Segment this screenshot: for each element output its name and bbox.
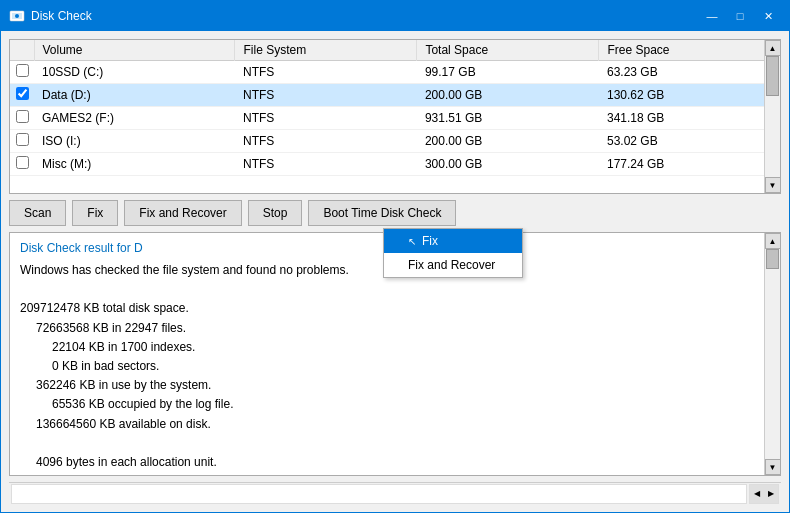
row-free: 130.62 GB xyxy=(599,84,780,107)
result-line-10: 52428119 total allocation units on disk. xyxy=(36,472,770,475)
row-free: 63.23 GB xyxy=(599,61,780,84)
row-total: 200.00 GB xyxy=(417,84,599,107)
status-bar-inner xyxy=(11,484,747,504)
row-checkbox-cell xyxy=(10,61,34,84)
row-volume: 10SSD (C:) xyxy=(34,61,235,84)
table-row[interactable]: GAMES2 (F:)NTFS931.51 GB341.18 GB xyxy=(10,107,780,130)
minimize-button[interactable]: — xyxy=(699,6,725,26)
row-fs: NTFS xyxy=(235,130,417,153)
status-scrollbar[interactable]: ◀ ▶ xyxy=(749,484,779,504)
result-line-2: 72663568 KB in 22947 files. xyxy=(36,319,770,338)
status-bar: ◀ ▶ xyxy=(9,482,781,504)
scroll-thumb[interactable] xyxy=(766,56,779,96)
table-scrollbar[interactable]: ▲ ▼ xyxy=(764,40,780,193)
row-checkbox[interactable] xyxy=(16,133,29,146)
window-icon xyxy=(9,8,25,24)
row-volume: GAMES2 (F:) xyxy=(34,107,235,130)
result-text: Windows has checked the file system and … xyxy=(20,261,770,475)
result-line-6: 65536 KB occupied by the log file. xyxy=(52,395,770,414)
table-row[interactable]: 10SSD (C:)NTFS99.17 GB63.23 GB xyxy=(10,61,780,84)
result-scroll-down-btn[interactable]: ▼ xyxy=(765,459,781,475)
result-line-5: 362246 KB in use by the system. xyxy=(36,376,770,395)
scroll-down-btn[interactable]: ▼ xyxy=(765,177,781,193)
volume-table: Volume File System Total Space Free Spac… xyxy=(10,40,780,176)
cursor-icon: ↖ xyxy=(408,236,416,247)
scan-button[interactable]: Scan xyxy=(9,200,66,226)
row-checkbox[interactable] xyxy=(16,156,29,169)
dropdown-item-fix-and-recover[interactable]: Fix and Recover xyxy=(384,253,522,277)
result-line-8 xyxy=(20,434,770,453)
dropdown-fix-label: Fix xyxy=(422,234,438,248)
table-row[interactable]: Data (D:)NTFS200.00 GB130.62 GB xyxy=(10,84,780,107)
toolbar: Scan Fix Fix and Recover Stop Boot Time … xyxy=(9,200,781,226)
col-checkbox xyxy=(10,40,34,61)
fix-and-recover-button[interactable]: Fix and Recover xyxy=(124,200,241,226)
row-total: 200.00 GB xyxy=(417,130,599,153)
result-line-3: 22104 KB in 1700 indexes. xyxy=(52,338,770,357)
row-checkbox-cell xyxy=(10,84,34,107)
scroll-up-btn[interactable]: ▲ xyxy=(765,40,781,56)
result-line-9: 4096 bytes in each allocation unit. xyxy=(36,453,770,472)
row-fs: NTFS xyxy=(235,107,417,130)
row-volume: Misc (M:) xyxy=(34,153,235,176)
volume-table-container: Volume File System Total Space Free Spac… xyxy=(9,39,781,194)
dropdown-menu: ↖ Fix Fix and Recover xyxy=(383,228,523,278)
result-scrollbar[interactable]: ▲ ▼ xyxy=(764,233,780,475)
result-line-1: 209712478 KB total disk space. xyxy=(20,299,770,318)
row-checkbox[interactable] xyxy=(16,110,29,123)
row-checkbox-cell xyxy=(10,107,34,130)
row-free: 177.24 GB xyxy=(599,153,780,176)
row-checkbox[interactable] xyxy=(16,87,29,100)
result-line-7: 136664560 KB available on disk. xyxy=(36,415,770,434)
row-checkbox-cell xyxy=(10,130,34,153)
table-row[interactable]: Misc (M:)NTFS300.00 GB177.24 GB xyxy=(10,153,780,176)
row-fs: NTFS xyxy=(235,153,417,176)
svg-point-2 xyxy=(15,14,19,18)
dropdown-fix-recover-label: Fix and Recover xyxy=(408,258,495,272)
result-scroll-up-btn[interactable]: ▲ xyxy=(765,233,781,249)
row-total: 99.17 GB xyxy=(417,61,599,84)
stop-button[interactable]: Stop xyxy=(248,200,303,226)
title-bar: Disk Check — □ ✕ xyxy=(1,1,789,31)
status-scroll-left[interactable]: ◀ xyxy=(750,485,764,503)
col-volume: Volume xyxy=(34,40,235,61)
row-total: 300.00 GB xyxy=(417,153,599,176)
row-fs: NTFS xyxy=(235,61,417,84)
title-bar-controls: — □ ✕ xyxy=(699,6,781,26)
col-filesystem: File System xyxy=(235,40,417,61)
row-volume: Data (D:) xyxy=(34,84,235,107)
close-button[interactable]: ✕ xyxy=(755,6,781,26)
maximize-button[interactable]: □ xyxy=(727,6,753,26)
result-scroll-thumb[interactable] xyxy=(766,249,779,269)
row-free: 53.02 GB xyxy=(599,130,780,153)
row-fs: NTFS xyxy=(235,84,417,107)
row-free: 341.18 GB xyxy=(599,107,780,130)
boot-time-disk-check-button[interactable]: Boot Time Disk Check xyxy=(308,200,456,226)
row-total: 931.51 GB xyxy=(417,107,599,130)
result-line-0 xyxy=(20,280,770,299)
row-volume: ISO (I:) xyxy=(34,130,235,153)
table-row[interactable]: ISO (I:)NTFS200.00 GB53.02 GB xyxy=(10,130,780,153)
disk-check-window: Disk Check — □ ✕ Volume File System Tota… xyxy=(0,0,790,513)
row-checkbox[interactable] xyxy=(16,64,29,77)
main-content: Volume File System Total Space Free Spac… xyxy=(1,31,789,512)
col-total-space: Total Space xyxy=(417,40,599,61)
row-checkbox-cell xyxy=(10,153,34,176)
col-free-space: Free Space xyxy=(599,40,780,61)
window-title: Disk Check xyxy=(31,9,699,23)
fix-button[interactable]: Fix xyxy=(72,200,118,226)
dropdown-item-fix[interactable]: ↖ Fix xyxy=(384,229,522,253)
result-line-4: 0 KB in bad sectors. xyxy=(52,357,770,376)
status-scroll-right[interactable]: ▶ xyxy=(764,485,778,503)
